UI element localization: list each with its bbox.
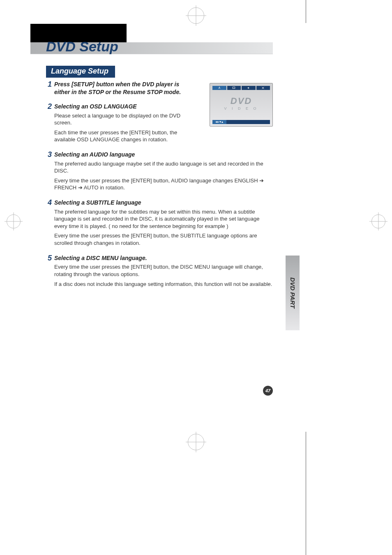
section-side-tab: DVD PART xyxy=(286,256,300,330)
step-number: 5 xyxy=(44,254,52,290)
side-tab-label: DVD PART xyxy=(289,277,296,308)
step-1: 1 Press [SETUP] button when the DVD play… xyxy=(44,81,273,98)
step-4: 4 Selecting a SUBTITLE language The pref… xyxy=(44,199,273,249)
crop-mark-left xyxy=(7,214,21,228)
step-3: 3 Selecting an AUDIO language The prefer… xyxy=(44,151,273,194)
page-number-badge: 47 xyxy=(263,386,273,396)
section-label: Language Setup xyxy=(46,66,115,78)
step-text: The preferred audio language maybe set i… xyxy=(54,160,273,175)
step-number: 1 xyxy=(44,81,52,98)
step-heading: Selecting a DISC MENU language. xyxy=(54,254,273,262)
step-text: Every time the user presses the [ENTER] … xyxy=(54,263,273,278)
step-text: Every time the user presses the [ENTER] … xyxy=(54,177,273,191)
step-number: 2 xyxy=(44,103,52,146)
crop-mark-top xyxy=(188,7,204,24)
step-text: If a disc does not include this language… xyxy=(54,281,273,288)
step-text: The preferred language for the subtitles… xyxy=(54,208,273,230)
crop-vline-bottom xyxy=(306,432,306,555)
page-title: DVD Setup xyxy=(46,39,118,55)
step-text: Each time the user presses the [ENTER] b… xyxy=(54,129,194,143)
crop-mark-bottom xyxy=(188,434,204,450)
crop-vline-top xyxy=(306,0,306,23)
step-text: Every time the user presses the [ENTER] … xyxy=(54,232,273,246)
step-number: 3 xyxy=(44,151,52,194)
step-text: Please select a language to be displayed… xyxy=(54,112,194,127)
step-number: 4 xyxy=(44,199,52,249)
step-heading: Selecting a SUBTITLE language xyxy=(54,199,273,207)
crop-mark-right xyxy=(371,214,385,228)
step-heading: Press [SETUP] button when the DVD player… xyxy=(54,81,194,96)
step-heading: Selecting an OSD LANGUAGE xyxy=(54,103,194,111)
steps-list: 1 Press [SETUP] button when the DVD play… xyxy=(44,81,273,295)
step-heading: Selecting an AUDIO language xyxy=(54,151,273,159)
step-5: 5 Selecting a DISC MENU language. Every … xyxy=(44,254,273,290)
step-2: 2 Selecting an OSD LANGUAGE Please selec… xyxy=(44,103,273,146)
